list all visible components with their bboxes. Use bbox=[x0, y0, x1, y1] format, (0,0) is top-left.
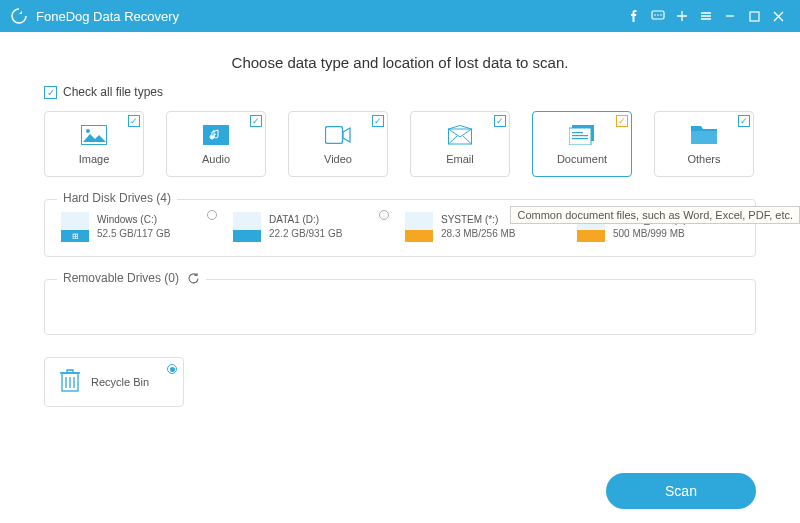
video-icon bbox=[324, 123, 352, 147]
minimize-icon[interactable] bbox=[718, 4, 742, 28]
app-title: FoneDog Data Recovery bbox=[36, 9, 622, 24]
check-all-filetypes[interactable]: ✓ Check all file types bbox=[44, 85, 756, 99]
image-icon bbox=[80, 123, 108, 147]
folder-icon bbox=[690, 123, 718, 147]
checkbox-checked-icon: ✓ bbox=[738, 115, 750, 127]
radio-unchecked-icon bbox=[379, 210, 389, 220]
menu-icon[interactable] bbox=[694, 4, 718, 28]
trash-icon bbox=[59, 368, 81, 396]
disk-icon bbox=[233, 212, 261, 242]
type-others[interactable]: ✓ Others bbox=[654, 111, 754, 177]
type-email[interactable]: ✓ Email bbox=[410, 111, 510, 177]
svg-rect-7 bbox=[203, 125, 229, 145]
document-icon bbox=[568, 123, 596, 147]
svg-rect-13 bbox=[572, 132, 583, 133]
audio-icon bbox=[202, 123, 230, 147]
plus-icon[interactable] bbox=[670, 4, 694, 28]
recycle-bin-option[interactable]: Recycle Bin bbox=[44, 357, 184, 407]
type-label: Image bbox=[79, 153, 110, 165]
type-image[interactable]: ✓ Image bbox=[44, 111, 144, 177]
drive-name: SYSTEM (*:) bbox=[441, 213, 515, 227]
type-document[interactable]: ✓ Document bbox=[532, 111, 632, 177]
checkbox-checked-icon: ✓ bbox=[128, 115, 140, 127]
refresh-icon[interactable] bbox=[187, 272, 200, 285]
radio-unchecked-icon bbox=[207, 210, 217, 220]
checkbox-checked-icon: ✓ bbox=[372, 115, 384, 127]
titlebar: FoneDog Data Recovery bbox=[0, 0, 800, 32]
drive-size: 500 MB/999 MB bbox=[613, 227, 687, 241]
page-heading: Choose data type and location of lost da… bbox=[44, 54, 756, 71]
svg-point-6 bbox=[86, 129, 90, 133]
filetype-grid: ✓ Image ✓ Audio ✓ Video ✓ Email bbox=[44, 111, 756, 177]
type-label: Audio bbox=[202, 153, 230, 165]
check-all-label: Check all file types bbox=[63, 85, 163, 99]
checkbox-checked-icon: ✓ bbox=[250, 115, 262, 127]
type-audio[interactable]: ✓ Audio bbox=[166, 111, 266, 177]
main-panel: Choose data type and location of lost da… bbox=[0, 32, 800, 407]
drive-item[interactable]: ⊞ Windows (C:)52.5 GB/117 GB bbox=[61, 212, 223, 242]
section-label-removable: Removable Drives (0) bbox=[63, 271, 179, 285]
disk-icon: ⊞ bbox=[61, 212, 89, 242]
svg-rect-9 bbox=[326, 127, 343, 144]
drive-name: Windows (C:) bbox=[97, 213, 170, 227]
drive-size: 28.3 MB/256 MB bbox=[441, 227, 515, 241]
checkbox-checked-icon: ✓ bbox=[494, 115, 506, 127]
svg-point-8 bbox=[210, 135, 214, 139]
svg-rect-4 bbox=[750, 12, 759, 21]
feedback-icon[interactable] bbox=[646, 4, 670, 28]
svg-rect-14 bbox=[572, 135, 588, 136]
svg-point-2 bbox=[657, 14, 659, 16]
type-label: Others bbox=[687, 153, 720, 165]
tooltip-document: Common document files, such as Word, Exc… bbox=[510, 206, 800, 224]
drive-size: 52.5 GB/117 GB bbox=[97, 227, 170, 241]
radio-checked-icon bbox=[167, 364, 177, 374]
svg-rect-12 bbox=[569, 128, 591, 145]
close-icon[interactable] bbox=[766, 4, 790, 28]
recycle-label: Recycle Bin bbox=[91, 376, 149, 388]
disk-icon bbox=[405, 212, 433, 242]
facebook-icon[interactable] bbox=[622, 4, 646, 28]
type-label: Email bbox=[446, 153, 474, 165]
type-video[interactable]: ✓ Video bbox=[288, 111, 388, 177]
svg-point-1 bbox=[654, 14, 656, 16]
type-label: Video bbox=[324, 153, 352, 165]
section-label-hdd: Hard Disk Drives (4) bbox=[57, 191, 177, 205]
checkbox-checked-icon: ✓ bbox=[616, 115, 628, 127]
drive-item[interactable]: DATA1 (D:)22.2 GB/931 GB bbox=[233, 212, 395, 242]
svg-point-3 bbox=[660, 14, 662, 16]
removable-drives-section: Removable Drives (0) bbox=[44, 279, 756, 335]
drive-name: DATA1 (D:) bbox=[269, 213, 342, 227]
maximize-icon[interactable] bbox=[742, 4, 766, 28]
type-label: Document bbox=[557, 153, 607, 165]
svg-rect-15 bbox=[572, 138, 588, 139]
drive-size: 22.2 GB/931 GB bbox=[269, 227, 342, 241]
app-logo-icon bbox=[10, 7, 28, 25]
email-icon bbox=[446, 123, 474, 147]
checkbox-checked-icon: ✓ bbox=[44, 86, 57, 99]
svg-rect-16 bbox=[691, 131, 717, 144]
scan-button[interactable]: Scan bbox=[606, 473, 756, 509]
